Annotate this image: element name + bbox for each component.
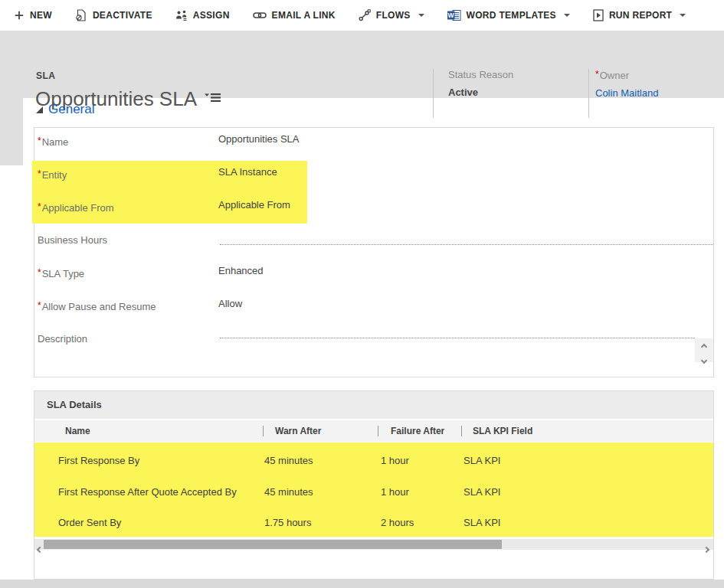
crm-record-page: NEW DEACTIVATE ASSIGN EMAIL A LINK FLOWS — [0, 0, 724, 588]
email-link-icon — [253, 11, 267, 20]
required-asterisk: * — [38, 300, 41, 311]
cell-warn-after: 45 minutes — [264, 455, 313, 466]
required-asterisk: * — [38, 201, 41, 212]
chevron-left-icon — [37, 547, 43, 553]
new-button[interactable]: NEW — [14, 10, 52, 21]
deactivate-button[interactable]: DEACTIVATE — [75, 9, 152, 21]
run-report-button[interactable]: RUN REPORT — [593, 9, 686, 21]
column-header-name[interactable]: Name — [65, 420, 90, 442]
cell-name[interactable]: Order Sent By — [58, 517, 121, 528]
field-description-label: Description — [38, 333, 87, 345]
grid-column-headers: Name Warn After Failure After SLA KPI Fi… — [34, 420, 713, 442]
required-asterisk: * — [38, 267, 41, 278]
table-row[interactable]: First Response By 45 minutes 1 hour SLA … — [34, 455, 713, 470]
table-row[interactable]: Order Sent By 1.75 hours 2 hours SLA KPI — [34, 517, 713, 532]
field-applicable-from-label: *Applicable From — [38, 201, 114, 214]
cell-name[interactable]: First Response By — [58, 455, 139, 466]
scrollbar-thumb[interactable] — [44, 540, 502, 549]
header-divider — [588, 69, 589, 118]
required-asterisk: * — [595, 69, 599, 80]
section-collapse-icon — [36, 102, 43, 117]
scroll-right-button[interactable] — [704, 541, 709, 555]
field-entity: *Entity SLA Instance — [34, 168, 713, 184]
cell-warn-after: 1.75 hours — [264, 517, 311, 528]
record-set-navigator-icon[interactable] — [205, 92, 221, 106]
cell-sla-kpi-field: SLA KPI — [464, 517, 500, 528]
field-sla-type-value[interactable]: Enhanced — [218, 265, 264, 276]
owner-field: *Owner Colin Maitland — [595, 69, 658, 99]
column-divider — [263, 426, 264, 436]
description-scrollbar — [695, 338, 713, 362]
deactivate-button-label: DEACTIVATE — [93, 10, 152, 21]
run-report-icon — [593, 9, 604, 21]
chevron-down-icon — [564, 14, 570, 17]
scroll-down-button[interactable] — [702, 352, 706, 366]
column-divider — [378, 426, 378, 436]
field-sla-type-label: *SLA Type — [38, 267, 84, 279]
assign-button-label: ASSIGN — [193, 10, 230, 21]
field-business-hours-label: Business Hours — [38, 234, 107, 246]
status-reason-label: Status Reason — [448, 69, 513, 80]
cell-failure-after: 2 hours — [381, 517, 414, 528]
new-button-label: NEW — [30, 10, 52, 21]
chevron-down-icon — [418, 14, 424, 17]
assign-icon — [175, 9, 188, 21]
field-business-hours-value[interactable] — [220, 244, 713, 245]
field-name-value[interactable]: Opportunities SLA — [218, 133, 300, 145]
field-allow-pause-resume-label: *Allow Pause and Resume — [38, 300, 156, 312]
column-header-sla-kpi-field[interactable]: SLA KPI Field — [473, 420, 532, 442]
assign-button[interactable]: ASSIGN — [175, 9, 230, 21]
run-report-button-label: RUN REPORT — [609, 10, 672, 21]
scroll-up-button[interactable] — [702, 338, 706, 352]
status-reason-value: Active — [448, 87, 513, 98]
flows-icon — [359, 9, 371, 21]
field-name-label: *Name — [38, 136, 68, 148]
word-icon: W — [447, 9, 461, 21]
required-asterisk: * — [38, 168, 41, 179]
chevron-up-icon — [701, 344, 707, 350]
owner-label: *Owner — [595, 69, 658, 81]
word-templates-button[interactable]: W WORD TEMPLATES — [447, 9, 570, 21]
word-templates-button-label: WORD TEMPLATES — [467, 10, 556, 21]
column-divider — [461, 426, 462, 436]
general-section-header[interactable]: General — [36, 102, 94, 117]
status-reason-field: Status Reason Active — [448, 69, 513, 98]
field-entity-label: *Entity — [38, 168, 67, 181]
cell-sla-kpi-field: SLA KPI — [464, 455, 500, 466]
column-header-warn-after[interactable]: Warn After — [275, 420, 321, 442]
cell-failure-after: 1 hour — [381, 455, 409, 466]
scroll-left-button[interactable] — [38, 541, 42, 555]
record-header: SLA Opportunities SLA Status Reason Acti… — [0, 31, 724, 98]
field-description-value[interactable] — [220, 338, 695, 338]
cell-name[interactable]: First Response After Quote Accepted By — [58, 486, 237, 498]
page-bottom-edge — [0, 580, 724, 588]
owner-link[interactable]: Colin Maitland — [595, 87, 658, 99]
field-applicable-from: *Applicable From Applicable From — [34, 201, 713, 217]
field-entity-value[interactable]: SLA Instance — [218, 166, 277, 178]
email-a-link-button-label: EMAIL A LINK — [272, 10, 336, 21]
field-allow-pause-resume: *Allow Pause and Resume Allow — [34, 300, 713, 315]
column-header-failure-after[interactable]: Failure After — [391, 420, 444, 442]
field-sla-type: *SLA Type Enhanced — [34, 267, 713, 283]
horizontal-scrollbar[interactable] — [34, 539, 713, 550]
header-divider — [433, 69, 434, 118]
flows-button-label: FLOWS — [376, 10, 411, 21]
plus-icon — [14, 10, 25, 21]
field-name: *Name Opportunities SLA — [34, 136, 713, 151]
deactivate-icon — [75, 9, 87, 21]
cell-warn-after: 45 minutes — [264, 486, 313, 498]
table-row[interactable]: First Response After Quote Accepted By 4… — [34, 486, 713, 501]
field-applicable-from-value[interactable]: Applicable From — [218, 199, 290, 211]
general-section-title: General — [48, 102, 94, 117]
command-bar: NEW DEACTIVATE ASSIGN EMAIL A LINK FLOWS — [0, 0, 724, 31]
left-gutter — [0, 98, 23, 165]
svg-text:W: W — [447, 11, 454, 19]
sla-details-section: SLA Details Name Warn After Failure Afte… — [34, 390, 714, 580]
flows-button[interactable]: FLOWS — [359, 9, 424, 21]
chevron-right-icon — [703, 547, 709, 553]
field-business-hours: Business Hours — [34, 234, 713, 250]
field-allow-pause-resume-value[interactable]: Allow — [218, 298, 242, 309]
email-a-link-button[interactable]: EMAIL A LINK — [253, 10, 336, 21]
cell-failure-after: 1 hour — [381, 486, 409, 498]
record-type-label: SLA — [36, 70, 55, 81]
